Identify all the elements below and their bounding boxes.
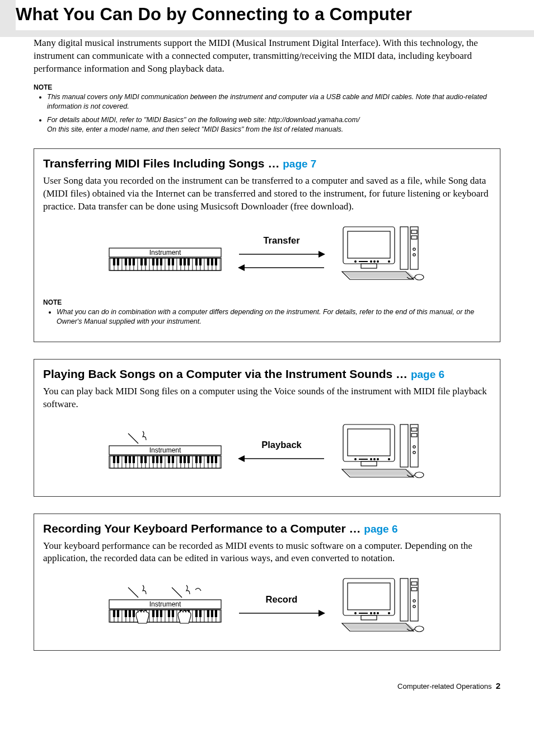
diagram: Instrument Record (43, 575, 491, 637)
svg-rect-201 (199, 610, 202, 617)
svg-line-77 (128, 433, 138, 444)
svg-rect-134 (400, 424, 408, 467)
section-body-text: User Song data you recorded on the instr… (43, 175, 491, 213)
svg-text:Instrument: Instrument (149, 249, 181, 256)
svg-point-62 (413, 248, 415, 250)
note-item: For details about MIDI, refer to "MIDI B… (47, 115, 500, 135)
section-heading: Playing Back Songs on a Computer via the… (43, 367, 491, 381)
svg-rect-112 (133, 456, 135, 463)
svg-rect-213 (411, 582, 417, 585)
svg-marker-207 (318, 610, 325, 617)
svg-rect-203 (211, 610, 213, 617)
arrow-right-icon (237, 249, 326, 259)
svg-line-153 (128, 587, 138, 598)
svg-marker-54 (238, 264, 245, 271)
svg-rect-186 (117, 610, 119, 617)
svg-rect-200 (195, 610, 198, 617)
svg-rect-56 (348, 231, 390, 258)
page-title: What You Can Do by Connecting to a Compu… (16, 0, 534, 30)
svg-rect-33 (129, 258, 131, 265)
section-heading-text: Recording Your Keyboard Performance to a… (43, 522, 364, 535)
svg-rect-196 (172, 610, 174, 617)
svg-rect-40 (168, 258, 170, 265)
page-content: Many digital musical instruments support… (0, 37, 534, 651)
computer-icon (339, 421, 428, 483)
feature-section: Playing Back Songs on a Computer via the… (34, 359, 500, 497)
svg-rect-111 (129, 456, 131, 463)
svg-rect-210 (361, 615, 377, 620)
page-footer: Computer-related Operations 2 (0, 668, 534, 707)
footer-label: Computer-related Operations (397, 682, 491, 690)
svg-rect-42 (180, 258, 182, 265)
diagram: Instrument Transfer (43, 223, 491, 285)
svg-point-64 (355, 260, 357, 262)
svg-rect-108 (113, 456, 115, 463)
page-header: What You Can Do by Connecting to a Compu… (0, 0, 534, 37)
diagram: Instrument Playback (43, 421, 491, 483)
page-reference-link[interactable]: page 6 (364, 523, 397, 535)
svg-rect-114 (144, 456, 147, 463)
section-heading: Recording Your Keyboard Performance to a… (43, 522, 491, 535)
top-note-block: NOTE This manual covers only MIDI commun… (34, 83, 500, 135)
note-heading: NOTE (34, 83, 500, 91)
svg-marker-130 (238, 455, 245, 462)
svg-rect-136 (411, 428, 417, 431)
svg-rect-185 (113, 610, 115, 617)
arrow-group: Playback (237, 440, 326, 464)
page-reference-link[interactable]: page 7 (283, 158, 316, 170)
svg-rect-41 (172, 258, 174, 265)
svg-rect-125 (207, 456, 209, 463)
svg-rect-211 (400, 578, 408, 621)
svg-rect-218 (359, 613, 368, 614)
arrow-group: Transfer (237, 235, 326, 273)
svg-rect-45 (195, 258, 198, 265)
section-body-text: You can play back MIDI Song files on a c… (43, 385, 491, 411)
svg-rect-119 (172, 456, 174, 463)
svg-rect-113 (140, 456, 143, 463)
svg-rect-48 (211, 258, 213, 265)
arrow-label: Record (266, 594, 298, 605)
svg-rect-204 (215, 610, 217, 617)
svg-rect-110 (125, 456, 127, 463)
svg-point-143 (374, 458, 376, 460)
svg-marker-52 (318, 251, 325, 258)
svg-rect-121 (184, 456, 186, 463)
svg-rect-195 (168, 610, 170, 617)
svg-rect-187 (125, 610, 127, 617)
svg-rect-38 (156, 258, 158, 265)
svg-point-68 (377, 260, 379, 262)
keyboard-instrument-icon: Instrument (106, 584, 224, 628)
footer-page-number: 2 (496, 681, 500, 690)
svg-point-70 (415, 274, 424, 280)
intro-paragraph: Many digital musical instruments support… (34, 37, 500, 76)
svg-point-66 (371, 260, 372, 262)
svg-point-139 (413, 451, 415, 453)
svg-point-138 (413, 445, 415, 447)
svg-rect-57 (361, 264, 377, 268)
svg-rect-46 (199, 258, 202, 265)
svg-point-140 (355, 458, 357, 460)
note-item: What you can do in combination with a co… (57, 307, 491, 327)
svg-point-142 (371, 458, 372, 460)
arrow-left-icon (237, 454, 326, 464)
svg-rect-117 (160, 456, 162, 463)
section-note-block: NOTEWhat you can do in combination with … (43, 298, 491, 327)
svg-rect-189 (133, 610, 135, 617)
svg-rect-35 (140, 258, 143, 265)
svg-rect-44 (188, 258, 190, 265)
svg-point-144 (377, 458, 379, 460)
svg-rect-141 (359, 459, 368, 460)
note-item: This manual covers only MIDI communicati… (47, 92, 500, 112)
svg-rect-214 (411, 587, 417, 591)
feature-section: Transferring MIDI Files Including Songs … (34, 148, 500, 342)
svg-rect-60 (411, 230, 417, 234)
note-list: What you can do in combination with a co… (43, 307, 491, 327)
page-reference-link[interactable]: page 6 (411, 368, 444, 380)
svg-point-222 (388, 613, 390, 614)
arrow-right-icon (237, 608, 326, 618)
svg-rect-34 (133, 258, 135, 265)
keyboard-instrument-icon: Instrument (106, 430, 224, 474)
svg-rect-43 (184, 258, 186, 265)
svg-point-146 (415, 472, 424, 478)
svg-point-217 (355, 613, 357, 614)
